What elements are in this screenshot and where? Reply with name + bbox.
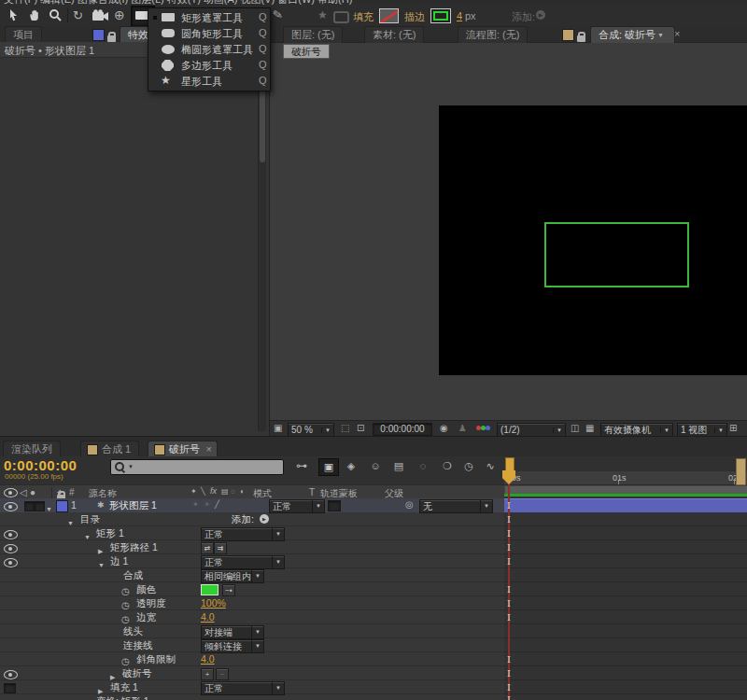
brainstorm-icon[interactable]: ❍ — [438, 458, 457, 474]
property-row-dashes[interactable]: ▶ 破折号 + − — [0, 666, 504, 680]
comp-marker-bin[interactable] — [736, 458, 746, 485]
eye-icon[interactable] — [4, 530, 18, 539]
pen-tool-icon[interactable]: ✎ — [272, 7, 284, 21]
shape-rectangle-stroke[interactable] — [544, 222, 689, 287]
color-options-button[interactable]: −▪ — [222, 584, 235, 596]
solo-column-icon[interactable]: ● — [30, 488, 35, 497]
property-row-composite[interactable]: 合成 相同编组内▼ — [0, 568, 504, 582]
eye-off-box[interactable] — [4, 683, 16, 693]
line-join-dropdown[interactable]: 倾斜连接▼ — [201, 639, 264, 653]
menu-item-rect-mask-tool[interactable]: 矩形遮罩工具 Q — [148, 9, 270, 25]
shy-layers-icon[interactable]: ☺ — [366, 458, 385, 474]
frame-blend-icon[interactable]: ▤ — [389, 458, 408, 474]
timeline-track-area[interactable] — [504, 512, 747, 700]
magnification-dropdown[interactable]: 50 %▼ — [288, 423, 334, 437]
line-cap-dropdown[interactable]: 对接端▼ — [201, 625, 264, 639]
opacity-value[interactable]: 100% — [201, 596, 226, 610]
property-row-stroke1[interactable]: ▼ 边 1 正常▼ — [0, 554, 504, 568]
layer-collapse-switch-icon[interactable]: ✦ — [192, 501, 199, 509]
view-layout-dropdown[interactable]: 1 视图▼ — [677, 423, 727, 437]
property-row-line-join[interactable]: 连接线 倾斜连接▼ — [0, 638, 504, 652]
fast-preview-icon[interactable]: ◫ — [571, 424, 579, 433]
rect1-blend-mode-dropdown[interactable]: 正常▼ — [201, 527, 285, 541]
stroke-width-value[interactable]: 4.0 — [201, 610, 215, 624]
video-column-eye-icon[interactable] — [4, 488, 18, 497]
selection-tool-icon[interactable] — [7, 8, 21, 22]
pixel-aspect-icon[interactable]: ⊞ — [729, 424, 737, 433]
transparency-grid-icon[interactable]: ▦ — [585, 424, 594, 433]
number-column-header[interactable]: # — [69, 487, 75, 497]
comp-lock-icon[interactable] — [577, 35, 585, 42]
current-timecode[interactable]: 0:00:00:00 — [4, 457, 77, 473]
composition-mini-flowchart-icon[interactable]: ⊶ — [292, 458, 311, 474]
motion-blur-icon[interactable]: ◌ — [414, 458, 432, 474]
graph-editor-icon[interactable]: ∿ — [481, 458, 500, 474]
property-row-line-cap[interactable]: 线头 对接端▼ — [0, 624, 504, 638]
property-row-stroke-width[interactable]: ◷ 边宽 4.0 — [0, 610, 504, 624]
stroke-color-swatch[interactable] — [430, 8, 451, 23]
property-row-contents[interactable]: ▼ 目录 添加: ▶ — [0, 512, 504, 526]
property-row-fill1[interactable]: ▶ 填充 1 正常▼ — [0, 680, 504, 694]
search-input[interactable]: ▼ — [110, 459, 284, 475]
cti-grabber[interactable] — [505, 457, 514, 471]
fill-color-swatch[interactable] — [379, 8, 399, 23]
left-panel-scrollbar[interactable] — [258, 58, 266, 431]
resolution-dropdown[interactable]: (1/2)▼ — [497, 423, 566, 437]
menu-item-polygon-tool[interactable]: 多边形工具 Q — [148, 57, 270, 73]
layer-eye-icon[interactable] — [4, 502, 18, 511]
stroke-color-value-swatch[interactable] — [201, 584, 218, 595]
live-update-button[interactable]: ▣ — [318, 458, 339, 476]
layer-mode-dropdown[interactable]: 正常▼ — [269, 499, 325, 513]
roi-icon[interactable]: ⬚ — [341, 424, 349, 433]
t-column-header[interactable]: T — [309, 487, 315, 497]
eye-icon[interactable] — [4, 670, 18, 679]
composite-dropdown[interactable]: 相同编组内▼ — [201, 569, 264, 583]
tab-flowchart[interactable]: 流程图: (无) — [458, 26, 528, 43]
add-dash-button[interactable]: + — [201, 668, 214, 680]
panel-lock-icon[interactable] — [107, 35, 116, 42]
remove-dash-button[interactable]: − — [216, 668, 229, 680]
eye-icon[interactable] — [4, 544, 18, 553]
search-options-chevron-icon[interactable]: ▼ — [128, 464, 134, 469]
fill-label[interactable]: 填充 — [353, 10, 374, 24]
property-row-miter-limit[interactable]: ◷ 斜角限制 4.0 — [0, 652, 504, 666]
tab-comp1[interactable]: 合成 1 — [80, 441, 139, 457]
tab-footage[interactable]: 素材: (无) — [364, 26, 424, 43]
layer-solo-box[interactable] — [24, 501, 35, 511]
comp-tab-close-icon[interactable]: × — [674, 28, 680, 39]
path-direction-button[interactable]: ⇄ — [201, 542, 214, 554]
camera-tool-icon[interactable] — [92, 9, 110, 21]
miter-limit-value[interactable]: 4.0 — [201, 652, 215, 666]
viewer-timecode[interactable]: 0:00:00:00 — [373, 423, 432, 436]
active-camera-dropdown[interactable]: 有效摄像机▼ — [600, 423, 673, 437]
tab-close-icon[interactable]: × — [206, 441, 212, 457]
eye-icon[interactable] — [4, 558, 18, 567]
hand-tool-icon[interactable] — [28, 8, 43, 22]
property-row-rect1[interactable]: ▼ 矩形 1 正常▼ — [0, 526, 504, 540]
add-shape-button[interactable]: ▶ — [260, 514, 269, 524]
layer-parent-dropdown[interactable]: 无▼ — [419, 499, 493, 513]
safe-margins-icon[interactable]: ⊡ — [357, 424, 364, 433]
comp-tab-dropdown-icon[interactable]: ▼ — [657, 32, 664, 38]
fill1-blend-mode-dropdown[interactable]: 正常▼ — [201, 681, 285, 695]
parent-pickwhip-icon[interactable]: ◎ — [405, 500, 414, 510]
property-row-opacity[interactable]: ◷ 透明度 100% — [0, 596, 504, 610]
stroke-width-value[interactable]: 4 — [457, 10, 462, 21]
time-ruler[interactable]: 0s 01s 02s — [504, 471, 747, 485]
property-row-rect-path1[interactable]: ▶ 矩形路径 1 ⇄ ⇉ — [0, 540, 504, 554]
layer-fx-switch-icon[interactable]: ╱ — [215, 501, 219, 509]
tab-render-queue[interactable]: 渲染队列 — [3, 441, 61, 457]
layer-lock-box[interactable] — [35, 501, 45, 511]
auto-keyframe-icon[interactable]: ◷ — [459, 458, 478, 474]
stroke1-blend-mode-dropdown[interactable]: 正常▼ — [201, 555, 285, 569]
rotation-tool-icon[interactable]: ↻ — [73, 9, 83, 21]
always-preview-icon[interactable]: ▣ — [274, 424, 282, 433]
tab-project[interactable]: 项目 — [5, 26, 42, 43]
comp-name-button[interactable]: 破折号 — [283, 44, 330, 59]
channel-blue-dot[interactable] — [486, 426, 490, 430]
menu-item-ellipse-mask-tool[interactable]: 椭圆形遮罩工具 Q — [148, 41, 270, 57]
layer-label-color[interactable] — [56, 500, 68, 512]
layer-quality-switch-icon[interactable]: ☀ — [204, 501, 210, 509]
label-column-icon[interactable]: ✦ — [56, 488, 63, 497]
zoom-tool-icon[interactable] — [49, 8, 63, 22]
